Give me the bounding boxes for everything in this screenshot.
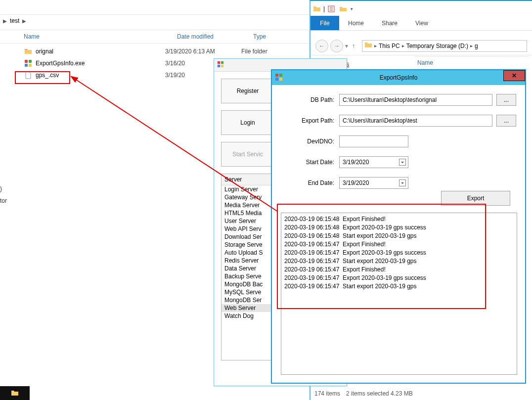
start-date-picker[interactable]: 3/19/2020 (339, 156, 408, 168)
forward-button[interactable]: → (330, 40, 343, 52)
window-titlebar[interactable]: ExportGpsInfo ✕ (272, 70, 525, 85)
list-item[interactable]: Web API Serv (222, 225, 274, 233)
col-type[interactable]: Type (253, 33, 303, 40)
list-item[interactable]: Download Ser (222, 233, 274, 241)
folder-icon (24, 47, 33, 56)
list-item[interactable]: Login Server (222, 185, 274, 193)
nav-row: ← → ▾ ↑ ▸ This PC ▸ Temporary Storage (D… (310, 37, 532, 55)
export-path-label: Export Path: (289, 117, 334, 124)
start-service-button[interactable]: Start Servic (221, 142, 274, 167)
svg-rect-10 (279, 74, 282, 77)
devidno-input[interactable] (339, 135, 408, 147)
tab-view[interactable]: View (406, 16, 437, 30)
col-date[interactable]: Date modified (177, 33, 253, 40)
svg-rect-0 (25, 60, 28, 63)
file-row-orignal[interactable]: orignal 3/19/2020 6:13 AM File folder (0, 45, 310, 57)
quick-access-toolbar: | ▾ (311, 3, 353, 15)
col-name[interactable]: Name (417, 59, 433, 66)
export-gps-window: ExportGpsInfo ✕ DB Path: ... Export Path… (271, 69, 526, 384)
address-part[interactable]: This PC (379, 43, 400, 49)
file-date: 3/19/2020 6:13 AM (165, 48, 241, 55)
server-list[interactable]: Server Login Server Gateway Serv Media S… (221, 174, 274, 360)
list-item[interactable]: User Server (222, 217, 274, 225)
exe-icon (24, 59, 33, 68)
list-item[interactable]: Data Server (222, 265, 274, 272)
list-item[interactable]: Media Server (222, 201, 274, 209)
list-header[interactable]: Name Date modified Type (0, 30, 310, 44)
close-button[interactable]: ✕ (503, 70, 525, 81)
list-item[interactable]: Web Server (222, 304, 274, 312)
list-item[interactable]: MongoDB Bac (222, 280, 274, 288)
folder-open-icon[interactable] (338, 3, 349, 14)
list-item[interactable]: Gateway Serv (222, 193, 274, 201)
export-button[interactable]: Export (441, 191, 510, 206)
breadcrumb-item[interactable]: test (10, 17, 19, 24)
folder-icon[interactable] (311, 3, 322, 14)
address-bar[interactable]: ▸ This PC ▸ Temporary Storage (D:) ▸ g (362, 40, 527, 52)
divider: | (323, 5, 325, 12)
devidno-label: DevIDNO: (289, 138, 334, 145)
file-name: ExportGpsInfo.exe (36, 60, 85, 67)
end-date-picker[interactable]: 3/19/2020 (339, 177, 408, 189)
db-path-label: DB Path: (289, 96, 334, 103)
list-item[interactable]: HTML5 Media (222, 209, 274, 217)
status-selected: 2 items selected 4.23 MB (346, 390, 413, 397)
svg-rect-1 (29, 60, 32, 63)
calendar-icon[interactable] (399, 159, 406, 166)
back-button[interactable]: ← (315, 40, 328, 52)
list-item[interactable]: MongoDB Ser (222, 296, 274, 304)
list-item[interactable]: Storage Serve (222, 241, 274, 249)
ribbon-tabs: File Home Share View (310, 16, 532, 31)
svg-rect-12 (279, 78, 282, 81)
list-item[interactable]: Watch Dog (222, 312, 274, 320)
list-item[interactable]: Backup Serve (222, 272, 274, 280)
register-button[interactable]: Register (221, 79, 274, 103)
window-title: ExportGpsInfo (380, 74, 418, 81)
svg-rect-8 (221, 65, 223, 67)
col-name[interactable]: Name (24, 33, 177, 40)
breadcrumb[interactable]: ▶ test ▶ (3, 15, 26, 26)
sidebar-clipped-text: ) tor (0, 183, 7, 207)
tab-share[interactable]: Share (373, 16, 406, 30)
browse-export-button[interactable]: ... (496, 115, 516, 127)
taskbar-item[interactable] (0, 386, 30, 400)
db-path-input[interactable] (339, 94, 492, 106)
list-item[interactable]: MySQL Serve (222, 288, 274, 296)
file-type: File folder (241, 48, 267, 55)
list-header[interactable]: Name (414, 56, 528, 69)
status-bar: 174 items 2 items selected 4.23 MB (314, 390, 413, 397)
tab-home[interactable]: Home (339, 16, 373, 30)
list-item[interactable]: Redis Server (222, 257, 274, 265)
up-button[interactable]: ↑ (352, 43, 355, 49)
address-part[interactable]: Temporary Storage (D:) (406, 43, 468, 49)
explorer-toolbar (0, 0, 310, 15)
file-name: gps_.csv (36, 72, 59, 79)
log-output[interactable]: 2020-03-19 06:15:48 Export Finished! 202… (281, 213, 517, 375)
chevron-down-icon[interactable]: ▾ (345, 43, 348, 49)
chevron-right-icon: ▸ (470, 43, 473, 48)
list-item[interactable]: Auto Upload S (222, 249, 274, 257)
end-date-label: End Date: (289, 179, 334, 186)
svg-rect-11 (275, 78, 278, 81)
svg-rect-9 (275, 74, 278, 77)
address-part[interactable]: g (475, 43, 478, 49)
properties-icon[interactable] (326, 3, 337, 14)
export-path-input[interactable] (339, 115, 492, 127)
status-items: 174 items (314, 390, 340, 397)
svg-rect-7 (218, 65, 220, 67)
app-icon (217, 61, 224, 69)
file-name: orignal (36, 48, 53, 55)
tab-file[interactable]: File (310, 16, 339, 30)
svg-rect-5 (218, 61, 220, 64)
chevron-right-icon: ▶ (22, 18, 26, 24)
chevron-right-icon: ▸ (402, 43, 404, 48)
chevron-down-icon[interactable]: ▾ (351, 6, 353, 11)
drive-icon (364, 41, 372, 50)
server-list-header: Server (222, 174, 274, 185)
svg-rect-6 (221, 61, 223, 64)
calendar-icon[interactable] (399, 179, 406, 186)
login-button[interactable]: Login (221, 110, 274, 135)
svg-rect-2 (25, 64, 28, 67)
start-date-label: Start Date: (289, 159, 334, 166)
browse-db-button[interactable]: ... (496, 94, 516, 106)
